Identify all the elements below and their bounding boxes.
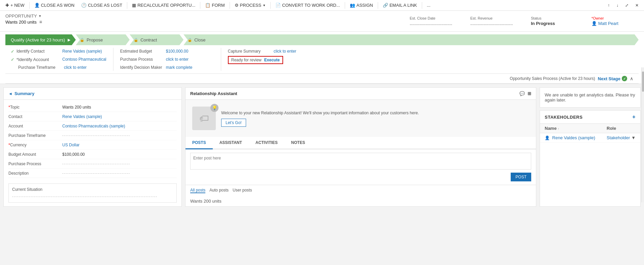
post-preview: Wants 200 units: [185, 196, 536, 206]
purchase-timeframe-dotted[interactable]: [62, 136, 130, 136]
filter-auto-posts[interactable]: Auto posts: [209, 188, 229, 193]
separator8: [422, 2, 422, 9]
clock-icon: 🕐: [81, 3, 87, 8]
identify-contact-row: ✓ Identify Contact Rene Valdes (sample): [11, 48, 106, 55]
stage-arrow-icon: ▶: [68, 38, 70, 42]
nav-down-button[interactable]: ↓: [614, 2, 621, 9]
center-panel: Relationship Assistant 💬 ⊞ 🏷 💡 Welcome t…: [185, 87, 536, 207]
separator3: [200, 2, 200, 9]
post-area: POST: [185, 149, 536, 185]
collapse-icon[interactable]: ∧: [630, 76, 633, 81]
stage-close[interactable]: 🔒 Close: [183, 34, 639, 45]
ready-for-review-row: Ready for review Execute: [228, 56, 322, 64]
stage-contract[interactable]: 🔒 Contract: [130, 34, 183, 45]
ra-small-bulb-icon: 💡: [210, 104, 218, 112]
analytics-box: We are unable to get analytics data. Ple…: [540, 87, 641, 108]
filter-user-posts[interactable]: User posts: [233, 188, 252, 193]
separator7: [378, 2, 378, 9]
form-button[interactable]: 📋 FORM: [202, 1, 227, 9]
role-col-header[interactable]: Role: [602, 124, 640, 133]
next-stage-bar: Opportunity Sales Process (Active for 23…: [5, 74, 639, 84]
email-link-button[interactable]: 🔗 EMAIL A LINK: [380, 1, 420, 9]
plus-icon: ✚: [5, 3, 9, 8]
post-input[interactable]: [190, 153, 531, 170]
description-row: Description: [8, 169, 177, 178]
summary-section-header[interactable]: ◄ Summary: [4, 88, 181, 100]
separator5: [270, 2, 271, 9]
role-dropdown-icon[interactable]: ▼: [631, 135, 636, 140]
tab-notes[interactable]: NOTES: [284, 137, 312, 149]
separator4: [230, 2, 230, 9]
assign-icon: 👥: [350, 3, 355, 8]
tab-posts[interactable]: POSTS: [185, 137, 213, 149]
stage-propose[interactable]: 🔒 Propose: [76, 34, 130, 45]
post-button[interactable]: POST: [511, 173, 531, 181]
process-icon: ⚙: [235, 3, 239, 8]
convert-icon: 📄: [275, 3, 281, 8]
close-as-won-button[interactable]: 👤 CLOSE AS WON: [32, 1, 77, 9]
filter-all-posts[interactable]: All posts: [190, 188, 205, 193]
grid-icon: ▦: [132, 3, 136, 8]
ra-welcome-area: 🏷 💡 Welcome to your new Relationship Ass…: [185, 100, 536, 137]
current-situation-dotted[interactable]: [12, 197, 157, 197]
owner-person-icon: 👤: [591, 21, 597, 26]
contact-row: Contact Rene Valdes (sample): [8, 112, 177, 121]
tab-assistant[interactable]: ASSISTANT: [213, 137, 249, 149]
est-close-date-field: Est. Close Date ........................…: [410, 16, 457, 26]
lets-go-button[interactable]: Let's Go!: [221, 119, 246, 127]
stage-bar: Qualify (Active for 23 hours) ▶ 🔒 Propos…: [5, 34, 639, 45]
currency-row: *Currency US Dollar: [8, 140, 177, 150]
description-dotted[interactable]: [62, 173, 130, 174]
stakeholders-box: STAKEHOLDERS + Name ↑ Role: [540, 110, 641, 207]
convert-button[interactable]: 📄 CONVERT TO WORK ORD...: [273, 1, 343, 9]
check-identify-account: ✓: [11, 57, 14, 62]
ready-for-review-highlight: Ready for review Execute: [228, 56, 283, 64]
stage-bar-container: Qualify (Active for 23 hours) ▶ 🔒 Propos…: [0, 32, 644, 84]
check-icon: 👤: [34, 3, 40, 8]
nav-up-button[interactable]: ↑: [605, 2, 612, 9]
est-revenue-field: Est. Revenue ...........................…: [470, 16, 517, 26]
stakeholder-name-cell[interactable]: 👤 Rene Valdes (sample): [540, 133, 602, 143]
close-button[interactable]: ✕: [633, 2, 641, 9]
main-content: ◄ Summary **TopicTopic Wants 200 units C…: [0, 84, 644, 210]
stakeholders-table: Name ↑ Role 👤 Rene Valdes (sample): [540, 124, 640, 143]
more-button[interactable]: ...: [424, 1, 433, 9]
process-button[interactable]: ⚙ PROCESS ▼: [232, 1, 269, 9]
expand-ra-icon[interactable]: ⊞: [528, 91, 531, 96]
entity-dropdown-icon[interactable]: ▼: [38, 14, 42, 18]
topic-row: **TopicTopic Wants 200 units: [8, 102, 177, 112]
name-col-header[interactable]: Name ↑: [540, 124, 602, 133]
check-identify-contact: ✓: [11, 49, 14, 54]
stage-qualify[interactable]: Qualify (Active for 23 hours) ▶: [5, 34, 76, 45]
header-fields: Est. Close Date ........................…: [410, 13, 639, 29]
expand-button[interactable]: ⤢: [622, 2, 631, 9]
assign-button[interactable]: 👥 ASSIGN: [347, 1, 376, 9]
hamburger-icon[interactable]: ≡: [39, 19, 42, 25]
new-button[interactable]: ✚ + NEW: [3, 1, 27, 9]
identify-account-row: ✓ *Identify Account Contoso Pharmaceutic…: [11, 56, 106, 63]
scrollbar-thumb[interactable]: [642, 71, 644, 92]
scrollbar[interactable]: [641, 67, 644, 202]
stage-details: ✓ Identify Contact Rene Valdes (sample) …: [5, 45, 639, 74]
close-as-lost-button[interactable]: 🕐 CLOSE AS LOST: [78, 1, 125, 9]
purchase-process-dotted[interactable]: [62, 164, 130, 164]
chat-icon[interactable]: 💬: [519, 91, 525, 96]
stage-col-2: Estimated Budget $100,000.00 Purchase Pr…: [120, 48, 221, 71]
link-icon: 🔗: [383, 3, 388, 8]
right-panel: We are unable to get analytics data. Ple…: [540, 87, 641, 207]
status-field: Status In Progress: [531, 16, 578, 26]
purchase-timeframe-row: Purchase Timeframe click to enter: [11, 64, 106, 71]
stage-col-3: Capture Summary click to enter Ready for…: [228, 48, 329, 64]
recalculate-button[interactable]: ▦ RECALCULATE OPPORTU...: [129, 1, 198, 9]
current-situation-section: Current Situation: [8, 183, 177, 203]
stage-col-1: ✓ Identify Contact Rene Valdes (sample) …: [11, 48, 113, 71]
add-stakeholder-icon[interactable]: +: [632, 114, 636, 120]
stakeholder-role-cell[interactable]: Stakeholder ▼: [602, 133, 640, 143]
account-row: Account Contoso Pharmaceuticals (sample): [8, 121, 177, 131]
tab-activities[interactable]: ACTIVITIES: [249, 137, 284, 149]
ra-placeholder-icon: 🏷 💡: [192, 107, 216, 130]
owner-field: *Owner 👤 Matt Peart: [591, 16, 639, 26]
next-stage-button[interactable]: Next Stage ✓: [598, 76, 627, 81]
identify-decision-maker-row: Identify Decision Maker mark complete: [120, 64, 214, 71]
dropdown-arrow-icon: ▼: [263, 4, 266, 7]
